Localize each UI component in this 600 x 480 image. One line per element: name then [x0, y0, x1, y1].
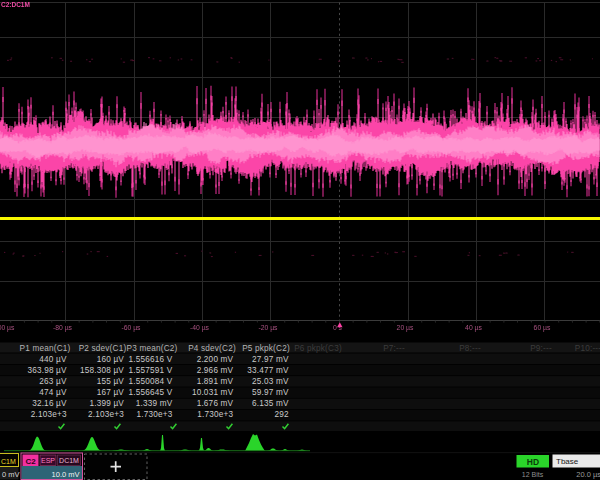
svg-text:440 µV: 440 µV: [39, 355, 67, 364]
svg-text:1.399 µV: 1.399 µV: [89, 399, 124, 408]
svg-text:59.97 mV: 59.97 mV: [252, 388, 289, 397]
svg-text:1.891 mV: 1.891 mV: [197, 377, 234, 386]
svg-text:DC1M: DC1M: [59, 457, 79, 464]
svg-text:2.103e+3: 2.103e+3: [31, 410, 67, 419]
svg-text:1.676 mV: 1.676 mV: [197, 399, 234, 408]
svg-text:-20 µs: -20 µs: [258, 324, 278, 332]
svg-text:20 µs: 20 µs: [397, 324, 414, 332]
svg-text:160 µV: 160 µV: [97, 355, 125, 364]
svg-text:1.556645 V: 1.556645 V: [129, 388, 173, 397]
svg-text:-60 µs: -60 µs: [121, 324, 141, 332]
svg-text:60 µs: 60 µs: [534, 324, 551, 332]
svg-text:25.03 mV: 25.03 mV: [252, 377, 289, 386]
svg-text:HD: HD: [527, 457, 539, 467]
svg-text:1.339 mV: 1.339 mV: [136, 399, 173, 408]
svg-text:363.98 µV: 363.98 µV: [27, 366, 67, 375]
svg-text:20.0 µs: 20.0 µs: [576, 470, 600, 479]
svg-text:40 µs: 40 µs: [465, 324, 482, 332]
svg-text:C2:DC1M: C2:DC1M: [1, 1, 30, 8]
svg-text:ESP: ESP: [41, 457, 55, 464]
svg-text:C2: C2: [25, 457, 36, 466]
svg-text:32.16 µV: 32.16 µV: [32, 399, 67, 408]
svg-text:-100 µs: -100 µs: [0, 324, 15, 332]
svg-text:158.308 µV: 158.308 µV: [80, 366, 124, 375]
svg-text:12 Bits: 12 Bits: [522, 471, 544, 478]
svg-text:0 mV: 0 mV: [2, 470, 20, 479]
svg-text:P7:---: P7:---: [383, 344, 405, 353]
svg-text:P5 pkpk(C2): P5 pkpk(C2): [242, 344, 290, 353]
svg-text:-40 µs: -40 µs: [190, 324, 210, 332]
svg-text:P4 sdev(C2): P4 sdev(C2): [188, 344, 236, 353]
svg-text:P8:---: P8:---: [459, 344, 481, 353]
svg-text:1.556616 V: 1.556616 V: [129, 355, 173, 364]
svg-text:292: 292: [274, 410, 289, 419]
svg-text:33.477 mV: 33.477 mV: [247, 366, 289, 375]
svg-text:27.97 mV: 27.97 mV: [252, 355, 289, 364]
svg-text:10.0 mV: 10.0 mV: [52, 470, 80, 479]
svg-text:P3 mean(C2): P3 mean(C2): [127, 344, 178, 353]
svg-text:P6 pkpk(C3): P6 pkpk(C3): [294, 344, 342, 353]
svg-text:P9:---: P9:---: [530, 344, 552, 353]
svg-text:P1 mean(C1): P1 mean(C1): [20, 344, 71, 353]
svg-text:155 µV: 155 µV: [97, 377, 125, 386]
svg-text:P2 sdev(C1): P2 sdev(C1): [79, 344, 127, 353]
svg-text:474 µV: 474 µV: [39, 388, 67, 397]
svg-text:1.730e+3: 1.730e+3: [137, 410, 173, 419]
svg-text:1.557591 V: 1.557591 V: [129, 366, 173, 375]
svg-text:2.103e+3: 2.103e+3: [88, 410, 124, 419]
svg-text:-80 µs: -80 µs: [53, 324, 73, 332]
svg-text:167 µV: 167 µV: [97, 388, 125, 397]
svg-text:263 µV: 263 µV: [39, 377, 67, 386]
svg-text:2.200 mV: 2.200 mV: [197, 355, 234, 364]
svg-text:2.966 mV: 2.966 mV: [197, 366, 234, 375]
svg-text:C1M: C1M: [1, 458, 16, 465]
svg-text:P10:---: P10:---: [575, 344, 600, 353]
svg-text:Tbase: Tbase: [556, 457, 579, 466]
svg-text:1.730e+3: 1.730e+3: [197, 410, 233, 419]
svg-text:10.031 mV: 10.031 mV: [192, 388, 234, 397]
svg-text:6.135 mV: 6.135 mV: [252, 399, 289, 408]
svg-text:1.550084 V: 1.550084 V: [129, 377, 173, 386]
